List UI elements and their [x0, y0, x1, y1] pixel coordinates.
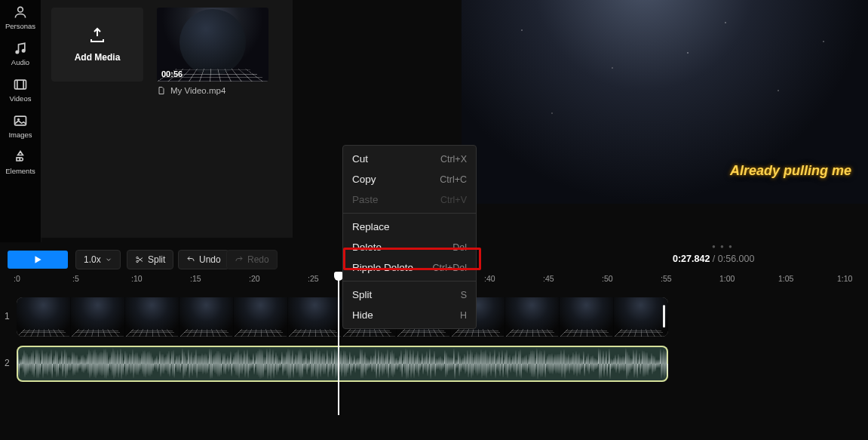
play-icon — [32, 254, 43, 265]
ctx-item-ripple-delete[interactable]: Ripple DeleteCtrl+Del — [343, 257, 476, 278]
subtitle-overlay: Already pulling me — [730, 163, 851, 179]
add-media-label: Add Media — [75, 52, 121, 63]
ruler-tick: :5 — [72, 274, 79, 283]
persona-icon — [13, 5, 28, 20]
track-number-video: 1 — [5, 311, 10, 322]
clip-duration: 00:56 — [161, 69, 182, 78]
ruler-tick: :45 — [543, 274, 554, 283]
media-clip[interactable]: 00:56 ⋮ My Video.mp4 — [157, 8, 268, 95]
preview-pane[interactable]: Already pulling me — [462, 0, 868, 204]
sidebar-item-label: Audio — [11, 58, 29, 66]
audio-track[interactable] — [17, 346, 668, 382]
sidebar-item-label: Videos — [10, 94, 32, 103]
file-icon — [157, 86, 166, 95]
clip-handle-right[interactable] — [663, 305, 665, 328]
clip-thumbnail[interactable]: 00:56 ⋮ — [157, 8, 268, 82]
speed-selector[interactable]: 1.0x — [75, 250, 121, 269]
add-media-button[interactable]: Add Media — [51, 8, 143, 82]
audio-icon — [13, 41, 28, 56]
image-icon — [13, 113, 28, 128]
chevron-down-icon — [105, 256, 112, 263]
context-menu: CutCtrl+X CopyCtrl+C PasteCtrl+V Replace… — [342, 145, 477, 329]
sidebar-item-elements[interactable]: Elements — [0, 149, 41, 175]
sidebar-item-videos[interactable]: Videos — [0, 77, 41, 103]
play-button[interactable] — [8, 251, 68, 269]
ruler-tick: :10 — [131, 274, 143, 283]
sidebar-item-label: Personas — [5, 22, 35, 30]
ctx-item-copy[interactable]: CopyCtrl+C — [343, 169, 476, 189]
ruler-tick: :20 — [249, 274, 260, 283]
track-number-audio: 2 — [5, 358, 10, 368]
svg-point-1 — [16, 51, 18, 53]
upload-icon — [87, 26, 107, 45]
split-button[interactable]: Split — [127, 250, 173, 269]
ruler-tick: :25 — [308, 274, 319, 283]
media-panel: Add Media 00:56 ⋮ My Video.mp4 — [41, 0, 293, 238]
elements-icon — [13, 149, 28, 165]
ctx-item-cut[interactable]: CutCtrl+X — [343, 149, 476, 169]
ctx-item-paste: PasteCtrl+V — [343, 189, 476, 210]
left-sidebar: Personas Audio Videos Images Elements — [0, 0, 41, 242]
total-time: 0:56.000 — [718, 254, 755, 264]
ctx-item-replace[interactable]: Replace — [343, 217, 476, 237]
undo-button[interactable]: Undo — [178, 250, 229, 269]
ctx-separator — [343, 281, 476, 282]
clip-name-row: My Video.mp4 — [157, 86, 268, 95]
ruler-tick: :15 — [190, 274, 201, 283]
app-root: Personas Audio Videos Images Elements Ad… — [0, 0, 868, 440]
ruler-tick: 1:00 — [719, 274, 735, 283]
ruler-tick: 1:10 — [837, 274, 852, 283]
ruler-tick: :55 — [661, 274, 672, 283]
ctx-item-hide[interactable]: HideH — [343, 305, 476, 325]
undo-icon — [186, 255, 195, 264]
svg-rect-4 — [15, 116, 26, 125]
ctx-separator — [343, 213, 476, 214]
ctx-item-split[interactable]: SplitS — [343, 285, 476, 305]
sidebar-item-audio[interactable]: Audio — [0, 41, 41, 66]
video-icon — [13, 77, 28, 92]
ctx-item-delete[interactable]: DeleteDel — [343, 237, 476, 257]
ruler-tick: 1:05 — [778, 274, 793, 283]
svg-rect-3 — [15, 80, 26, 89]
sidebar-item-label: Elements — [5, 167, 35, 175]
current-time: 0:27.842 — [673, 254, 710, 264]
sidebar-item-personas[interactable]: Personas — [0, 5, 41, 30]
waveform-icon — [17, 346, 668, 382]
pane-drag-handle[interactable]: ● ● ● — [712, 243, 734, 250]
clip-options-icon[interactable]: ⋮ — [268, 30, 268, 41]
sidebar-item-label: Images — [8, 131, 32, 139]
sidebar-item-images[interactable]: Images — [0, 113, 41, 139]
ruler-tick: :0 — [14, 274, 20, 283]
scissors-icon — [135, 255, 144, 264]
ruler-tick: :40 — [484, 274, 495, 283]
svg-point-0 — [18, 7, 23, 12]
redo-button: Redo — [226, 250, 278, 269]
redo-icon — [235, 255, 244, 264]
clip-filename: My Video.mp4 — [170, 86, 225, 95]
ruler-tick: :50 — [602, 274, 613, 283]
svg-point-2 — [23, 50, 25, 52]
playhead[interactable] — [338, 272, 339, 415]
time-counter: 0:27.842 / 0:56.000 — [673, 254, 754, 264]
